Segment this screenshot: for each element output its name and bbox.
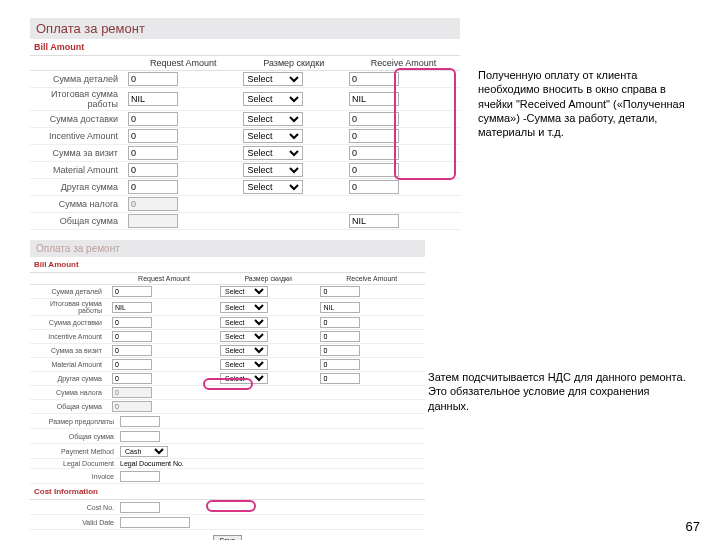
- discount-select[interactable]: Select: [243, 72, 303, 86]
- discount-select[interactable]: Select: [243, 129, 303, 143]
- row-label: Сумма деталей: [30, 71, 126, 88]
- discount-select[interactable]: Select: [220, 331, 268, 342]
- received-input[interactable]: [320, 345, 360, 356]
- invoice-row: Invoice: [30, 469, 425, 484]
- page-number: 67: [686, 519, 700, 534]
- valid-date-input[interactable]: [120, 517, 190, 528]
- discount-select[interactable]: Select: [243, 146, 303, 160]
- table-row: Сумма доставкиSelect: [30, 111, 460, 128]
- panel-bill-amount-top: Оплата за ремонт Bill Amount Request Amo…: [30, 18, 460, 230]
- request-input[interactable]: [128, 163, 178, 177]
- col-received: Receive Amount: [347, 56, 460, 71]
- table-row: Material AmountSelect: [30, 162, 460, 179]
- request-input[interactable]: [128, 214, 178, 228]
- row-label: Material Amount: [30, 358, 110, 372]
- row-label: Другая сумма: [30, 179, 126, 196]
- cost-no-input[interactable]: [120, 502, 160, 513]
- received-input[interactable]: [349, 92, 399, 106]
- table-row: Сумма деталейSelect: [30, 71, 460, 88]
- received-input[interactable]: [320, 317, 360, 328]
- received-input[interactable]: [349, 146, 399, 160]
- table-row: Material AmountSelect: [30, 358, 425, 372]
- request-input[interactable]: [128, 129, 178, 143]
- table-row: Сумма доставкиSelect: [30, 316, 425, 330]
- row-label: Другая сумма: [30, 372, 110, 386]
- discount-select[interactable]: Select: [220, 373, 268, 384]
- discount-select[interactable]: Select: [220, 286, 268, 297]
- request-input[interactable]: [112, 286, 152, 297]
- request-input[interactable]: [128, 92, 178, 106]
- col-discount: Размер скидки: [218, 273, 318, 285]
- bill-table-bottom: Request Amount Размер скидки Receive Amo…: [30, 273, 425, 414]
- legal-doc-row: Legal Document Legal Document No.: [30, 459, 425, 469]
- discount-select[interactable]: Select: [243, 112, 303, 126]
- received-input[interactable]: [349, 112, 399, 126]
- payment-method-row: Payment Method Cash: [30, 444, 425, 459]
- request-input[interactable]: [128, 112, 178, 126]
- received-input[interactable]: [349, 180, 399, 194]
- col-received: Receive Amount: [318, 273, 425, 285]
- row-label: Общая сумма: [30, 400, 110, 414]
- panel-title: Оплата за ремонт: [30, 18, 460, 39]
- col-request: Request Amount: [126, 56, 241, 71]
- table-row: Сумма деталейSelect: [30, 285, 425, 299]
- received-input[interactable]: [320, 373, 360, 384]
- discount-select[interactable]: Select: [243, 92, 303, 106]
- invoice-input[interactable]: [120, 471, 160, 482]
- row-label: Сумма налога: [30, 196, 126, 213]
- table-row: Общая сумма: [30, 400, 425, 414]
- header-row: Request Amount Размер скидки Receive Amo…: [30, 56, 460, 71]
- request-input[interactable]: [112, 359, 152, 370]
- request-input[interactable]: [128, 146, 178, 160]
- received-input[interactable]: [349, 163, 399, 177]
- save-button[interactable]: Save: [213, 535, 243, 540]
- discount-select[interactable]: Select: [243, 163, 303, 177]
- received-input[interactable]: [320, 331, 360, 342]
- request-input[interactable]: [128, 72, 178, 86]
- extra-row: Общая сумма: [30, 429, 425, 444]
- request-input[interactable]: [112, 387, 152, 398]
- request-input[interactable]: [128, 180, 178, 194]
- row-label: Итоговая сумма работы: [30, 299, 110, 316]
- request-input[interactable]: [128, 197, 178, 211]
- request-input[interactable]: [112, 345, 152, 356]
- header-row: Request Amount Размер скидки Receive Amo…: [30, 273, 425, 285]
- received-input[interactable]: [320, 286, 360, 297]
- discount-select[interactable]: Select: [220, 302, 268, 313]
- table-row: Другая суммаSelect: [30, 179, 460, 196]
- table-row: Итоговая сумма работыSelect: [30, 88, 460, 111]
- received-input[interactable]: [320, 359, 360, 370]
- request-input[interactable]: [112, 373, 152, 384]
- request-input[interactable]: [112, 401, 152, 412]
- note-bottom: Затем подсчитывается НДС для данного рем…: [428, 370, 688, 413]
- received-input[interactable]: [349, 214, 399, 228]
- request-input[interactable]: [112, 331, 152, 342]
- row-label: Material Amount: [30, 162, 126, 179]
- row-label: Сумма за визит: [30, 145, 126, 162]
- table-row: Итоговая сумма работыSelect: [30, 299, 425, 316]
- row-label: Сумма доставки: [30, 111, 126, 128]
- discount-select[interactable]: Select: [220, 359, 268, 370]
- received-input[interactable]: [349, 129, 399, 143]
- section-header: Bill Amount: [30, 39, 460, 56]
- panel-bill-amount-bottom: Оплата за ремонт Bill Amount Request Amo…: [30, 240, 425, 540]
- row-label: Incentive Amount: [30, 330, 110, 344]
- received-input[interactable]: [320, 302, 360, 313]
- row-label: Incentive Amount: [30, 128, 126, 145]
- cost-section-header: Cost Information: [30, 484, 425, 500]
- request-input[interactable]: [112, 317, 152, 328]
- discount-select[interactable]: Select: [220, 345, 268, 356]
- received-input[interactable]: [349, 72, 399, 86]
- request-input[interactable]: [112, 302, 152, 313]
- note-top: Полученную оплату от клиента необходимо …: [478, 68, 693, 139]
- discount-select[interactable]: Select: [220, 317, 268, 328]
- extra-input[interactable]: [120, 431, 160, 442]
- valid-date-row: Valid Date: [30, 515, 425, 530]
- payment-method-select[interactable]: Cash: [120, 446, 168, 457]
- table-row: Сумма за визитSelect: [30, 344, 425, 358]
- row-label: Сумма доставки: [30, 316, 110, 330]
- table-row: Incentive AmountSelect: [30, 128, 460, 145]
- extra-input[interactable]: [120, 416, 160, 427]
- discount-select[interactable]: Select: [243, 180, 303, 194]
- col-request: Request Amount: [110, 273, 218, 285]
